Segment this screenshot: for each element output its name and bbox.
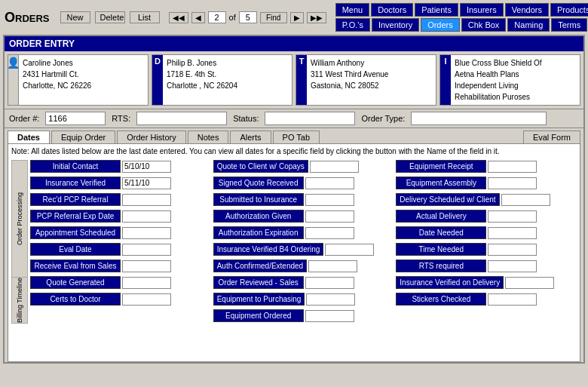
date-btn-appointment-scheduled[interactable]: Appointment Scheduled xyxy=(30,226,121,239)
nav-tab-vendors[interactable]: Vendors xyxy=(505,3,549,17)
date-btn-submitted-to-insurance[interactable]: Submitted to Insurance xyxy=(213,193,304,206)
date-field-equipment-to-purchasing[interactable] xyxy=(306,293,355,306)
date-row: Insurance Verified on Delivery xyxy=(396,276,577,289)
date-row: Authorization Expiration xyxy=(213,226,394,239)
date-btn-receive-eval-from-sales[interactable]: Receive Eval from Sales xyxy=(30,260,121,272)
date-btn-pcp-referral-exp-date[interactable]: PCP Referral Exp Date xyxy=(30,210,121,223)
date-row: Date Needed xyxy=(396,226,577,239)
nav-next-button[interactable]: ▶ xyxy=(290,12,304,23)
tab-equip-order[interactable]: Equip Order xyxy=(51,131,115,143)
date-row: RTS required xyxy=(396,260,577,272)
date-row: Auth Confirmed/Extended xyxy=(213,260,394,272)
date-btn-equipment-assembly[interactable]: Equipment Assembly xyxy=(396,177,486,189)
date-btn-quote-to-client-w-copays[interactable]: Quote to Client w/ Copays xyxy=(213,160,308,173)
tab-eval-form[interactable]: Eval Form xyxy=(523,131,580,143)
nav-tab-naming[interactable]: Naming xyxy=(507,18,550,32)
date-field-insurance-verified-on-delivery[interactable] xyxy=(505,277,554,289)
date-field-equipment-assembly[interactable] xyxy=(488,177,537,189)
date-field-insurance-verified-b4-ordering[interactable] xyxy=(325,244,374,256)
address-section: 👤 Caroline Jones 2431 Hartmill Ct. Charl… xyxy=(5,51,583,109)
date-btn-insurance-verified-b4-ordering[interactable]: Insurance Verified B4 Ordering xyxy=(213,243,324,256)
date-field-recd-pcp-referral[interactable] xyxy=(122,194,171,206)
patient-address-text: Caroline Jones 2431 Hartmill Ct. Charlot… xyxy=(23,57,145,91)
date-btn-certs-to-doctor[interactable]: Certs to Doctor xyxy=(30,293,121,306)
tab-order-history[interactable]: Order History xyxy=(117,131,185,143)
find-button[interactable]: Find xyxy=(260,12,287,23)
date-field-initial-contact[interactable] xyxy=(122,161,171,173)
date-field-receive-eval-from-sales[interactable] xyxy=(122,260,171,272)
date-btn-eval-date[interactable]: Eval Date xyxy=(30,243,121,256)
date-field-actual-delivery[interactable] xyxy=(488,210,537,223)
date-btn-insurance-verified[interactable]: Insurance Verified xyxy=(30,177,121,189)
nav-tab-insurers[interactable]: Insurers xyxy=(460,3,504,17)
status-input[interactable] xyxy=(265,112,355,125)
date-field-time-needed[interactable] xyxy=(488,244,537,256)
nav-tab-terms[interactable]: Terms xyxy=(551,18,587,32)
date-btn-auth-confirmedextended[interactable]: Auth Confirmed/Extended xyxy=(213,260,308,272)
date-btn-stickers-checked[interactable]: Stickers Checked xyxy=(396,293,486,306)
order-number-input[interactable] xyxy=(45,112,106,125)
order-type-input[interactable] xyxy=(411,112,547,125)
date-btn-order-reviewed---sales[interactable]: Order Reviewed - Sales xyxy=(213,276,304,289)
list-button[interactable]: List xyxy=(130,11,160,23)
date-field-equipment-ordered[interactable] xyxy=(305,310,354,322)
date-field-delivery-scheduled-w-client[interactable] xyxy=(501,194,550,206)
date-btn-date-needed[interactable]: Date Needed xyxy=(396,226,486,239)
date-field-stickers-checked[interactable] xyxy=(488,293,537,306)
date-btn-equipment-to-purchasing[interactable]: Equipment to Purchasing xyxy=(213,293,305,306)
date-field-quote-to-client-w-copays[interactable] xyxy=(310,161,359,173)
nav-tab-inventory[interactable]: Inventory xyxy=(372,18,419,32)
date-btn-delivery-scheduled-w-client[interactable]: Delivery Scheduled w/ Client xyxy=(396,193,499,206)
nav-tab-doctors[interactable]: Doctors xyxy=(371,3,413,17)
date-btn-initial-contact[interactable]: Initial Contact xyxy=(30,160,121,173)
of-label: of xyxy=(229,13,236,22)
date-btn-equipment-ordered[interactable]: Equipment Ordered xyxy=(213,309,304,322)
date-field-authorization-expiration[interactable] xyxy=(305,227,354,239)
date-field-eval-date[interactable] xyxy=(122,244,171,256)
date-row: Submitted to Insurance xyxy=(213,193,394,206)
date-btn-insurance-verified-on-delivery[interactable]: Insurance Verified on Delivery xyxy=(396,276,504,289)
date-field-insurance-verified[interactable] xyxy=(122,177,171,189)
nav-tab-pos[interactable]: P.O.'s xyxy=(335,18,370,32)
date-field-authorization-given[interactable] xyxy=(305,210,354,223)
tab-alerts[interactable]: Alerts xyxy=(230,131,271,143)
date-btn-rts-required[interactable]: RTS required xyxy=(396,260,486,272)
date-btn-authorization-expiration[interactable]: Authorization Expiration xyxy=(213,226,304,239)
date-field-pcp-referral-exp-date[interactable] xyxy=(122,210,171,223)
date-btn-time-needed[interactable]: Time Needed xyxy=(396,243,486,256)
tab-po-tab[interactable]: PO Tab xyxy=(273,131,320,143)
date-btn-quote-generated[interactable]: Quote Generated xyxy=(30,276,121,289)
date-field-appointment-scheduled[interactable] xyxy=(122,227,171,239)
date-field-signed-quote-received[interactable] xyxy=(305,177,354,189)
page-title: Orders xyxy=(5,10,50,26)
date-btn-signed-quote-received[interactable]: Signed Quote Received xyxy=(213,177,304,189)
date-field-auth-confirmedextended[interactable] xyxy=(308,260,357,272)
date-field-order-reviewed---sales[interactable] xyxy=(305,277,354,289)
nav-prev-button[interactable]: ◀ xyxy=(191,12,205,23)
nav-tab-products[interactable]: Products xyxy=(550,3,588,17)
nav-tab-chkbox[interactable]: Chk Box xyxy=(461,18,507,32)
doctor-label: D xyxy=(155,57,161,66)
nav-tab-menu[interactable]: Menu xyxy=(335,3,370,17)
nav-first-button[interactable]: ◀◀ xyxy=(169,12,188,23)
date-btn-equipment-receipt[interactable]: Equipment Receipt xyxy=(396,160,486,173)
date-btn-authorization-given[interactable]: Authorization Given xyxy=(213,210,304,223)
date-field-certs-to-doctor[interactable] xyxy=(122,293,171,306)
nav-tabs-container: MenuDoctorsPatientsInsurersVendorsProduc… xyxy=(335,3,588,32)
date-field-submitted-to-insurance[interactable] xyxy=(305,194,354,206)
date-btn-actual-delivery[interactable]: Actual Delivery xyxy=(396,210,486,223)
tab-dates[interactable]: Dates xyxy=(8,131,50,143)
nav-tab-patients[interactable]: Patients xyxy=(415,3,458,17)
date-field-equipment-receipt[interactable] xyxy=(488,161,537,173)
nav-last-button[interactable]: ▶▶ xyxy=(307,12,326,23)
date-field-date-needed[interactable] xyxy=(488,227,537,239)
nav-tab-orders[interactable]: Orders xyxy=(421,18,460,32)
date-btn-recd-pcp-referral[interactable]: Rec'd PCP Referral xyxy=(30,193,121,206)
date-field-rts-required[interactable] xyxy=(488,260,537,272)
tab-notes[interactable]: Notes xyxy=(188,131,229,143)
date-row: Insurance Verified B4 Ordering xyxy=(213,243,394,256)
rts-input[interactable] xyxy=(136,112,227,125)
new-button[interactable]: New xyxy=(60,11,90,23)
date-field-quote-generated[interactable] xyxy=(122,277,171,289)
delete-button[interactable]: Delete xyxy=(95,11,125,23)
